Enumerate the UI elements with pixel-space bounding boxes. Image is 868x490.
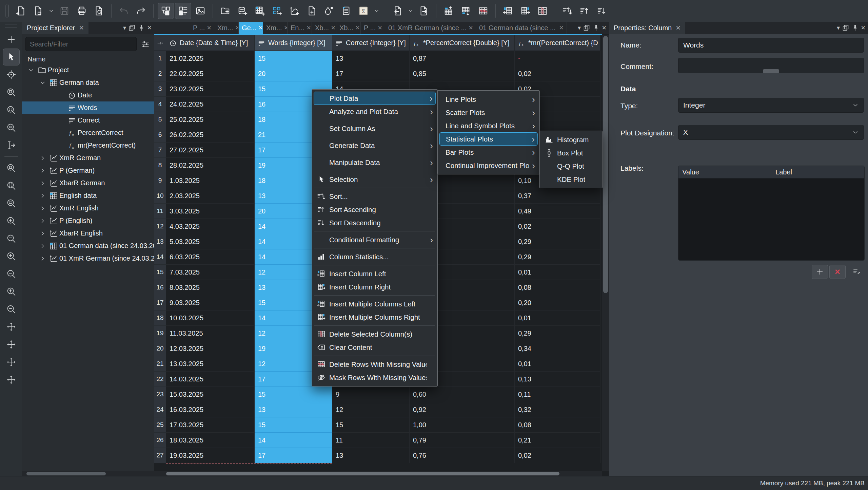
expander-icon[interactable]: [38, 230, 48, 237]
menu-item[interactable]: Insert Column Left ›: [314, 267, 436, 280]
date-cell[interactable]: 7.03.2025: [166, 265, 255, 280]
menu-item[interactable]: KDE Plot: [541, 173, 600, 186]
row-number[interactable]: 20: [154, 341, 166, 356]
expander-icon[interactable]: [38, 205, 48, 212]
row-number[interactable]: 22: [154, 372, 166, 387]
cursor-tool[interactable]: [3, 137, 20, 154]
words-cell[interactable]: 14: [255, 433, 332, 448]
row-number[interactable]: 25: [154, 417, 166, 433]
document-tab[interactable]: 01 XmR German (since ... ×: [385, 22, 476, 34]
mr-cell[interactable]: 0,08: [515, 280, 600, 295]
menu-item[interactable]: Statistical Plots ›: [439, 132, 538, 146]
worksheet-preview-button[interactable]: [192, 3, 209, 19]
zoom-out-y-tool[interactable]: [3, 301, 20, 318]
close-icon[interactable]: ×: [79, 24, 84, 32]
menu-item[interactable]: Bar Plots ›: [439, 146, 538, 159]
correct-cell[interactable]: 13: [332, 448, 410, 463]
project-explorer-tab[interactable]: Project Explorer ×: [22, 22, 88, 34]
tree-item[interactable]: Date: [22, 89, 154, 101]
dock-menu-icon[interactable]: ▾: [837, 24, 840, 32]
tree-item[interactable]: Project: [22, 64, 154, 76]
row-number[interactable]: 14: [154, 249, 166, 265]
name-field[interactable]: Words: [678, 38, 864, 53]
document-tab[interactable]: Xb... ×: [312, 22, 336, 34]
zoom-in-tool[interactable]: [3, 212, 20, 229]
tab-close-icon[interactable]: ×: [235, 24, 239, 32]
labels-table[interactable]: Value Label: [678, 166, 865, 261]
row-number[interactable]: 3: [154, 81, 166, 97]
mr-cell[interactable]: 0,01: [515, 265, 600, 280]
mr-cell[interactable]: 0,29: [515, 234, 600, 249]
column-header[interactable]: *mr(PercentCorrect) {D: [515, 35, 600, 51]
correct-cell[interactable]: 11: [332, 433, 410, 448]
menu-item[interactable]: Set Column As ›: [314, 122, 436, 135]
row-number[interactable]: 23: [154, 387, 166, 402]
expander-icon[interactable]: [38, 79, 48, 86]
menu-item[interactable]: Scatter Plots ›: [439, 106, 538, 119]
correct-cell[interactable]: 12: [332, 402, 410, 417]
row-number[interactable]: 24: [154, 402, 166, 417]
tab-close-icon[interactable]: ×: [378, 24, 382, 32]
words-cell[interactable]: 17: [255, 448, 332, 463]
float-panel-icon[interactable]: [842, 24, 849, 32]
menu-item[interactable]: Continual Improvement Plots ›: [439, 159, 538, 172]
percentcorrect-cell[interactable]: 0,87: [410, 51, 515, 66]
percentcorrect-cell[interactable]: 0,79: [410, 433, 515, 448]
tab-close-icon[interactable]: ×: [258, 24, 263, 32]
new-spreadsheet-button[interactable]: [252, 3, 268, 19]
undo-button[interactable]: [116, 3, 132, 19]
open-recent-chevron[interactable]: [47, 3, 55, 19]
save-button[interactable]: [56, 3, 73, 19]
mr-cell[interactable]: 0,13: [515, 372, 600, 387]
close-panel-icon[interactable]: ×: [861, 23, 865, 32]
date-cell[interactable]: 17.03.2025: [166, 417, 255, 433]
tree-item[interactable]: XbarR English: [22, 227, 154, 240]
correct-cell[interactable]: 13: [332, 51, 410, 66]
float-panel-icon[interactable]: [128, 24, 136, 32]
words-cell[interactable]: 15: [255, 387, 332, 402]
tree-item[interactable]: Correct: [22, 114, 154, 127]
row-number[interactable]: 27: [154, 448, 166, 463]
mr-cell[interactable]: 0,32: [515, 402, 600, 417]
document-tab[interactable]: Xm... ×: [214, 22, 239, 34]
menu-item[interactable]: Sort Ascending ›: [314, 203, 436, 216]
menu-item[interactable]: Mask Rows With Missing Values ›: [314, 371, 436, 384]
row-number[interactable]: 2: [154, 66, 166, 81]
tree-item[interactable]: XmR English: [22, 202, 154, 214]
menu-item[interactable]: Plot Data ›: [314, 92, 436, 105]
correct-cell[interactable]: 17: [332, 66, 410, 81]
document-tab[interactable]: P ... ×: [361, 22, 385, 34]
zoom-y-select-tool[interactable]: [3, 119, 20, 136]
new-matrix-button[interactable]: [269, 3, 285, 19]
words-cell[interactable]: 13: [255, 402, 332, 417]
print-preview-button[interactable]: [91, 3, 107, 19]
mr-cell[interactable]: 0,29: [515, 249, 600, 265]
dock-menu-icon[interactable]: ▾: [123, 24, 126, 32]
menu-item[interactable]: Box Plot: [541, 146, 600, 159]
tab-close-icon[interactable]: ×: [559, 24, 564, 32]
menu-item[interactable]: Delete Rows With Missing Values ›: [314, 358, 436, 371]
row-number[interactable]: 13: [154, 234, 166, 249]
words-cell[interactable]: 20: [255, 66, 332, 81]
date-cell[interactable]: 1.03.2025: [166, 173, 255, 188]
mr-cell[interactable]: 0,49: [515, 204, 600, 219]
vertical-scrollbar[interactable]: [602, 35, 609, 471]
row-number[interactable]: 26: [154, 433, 166, 448]
mr-cell[interactable]: 0,29: [515, 326, 600, 341]
search-filter-input[interactable]: [25, 37, 137, 51]
row-number[interactable]: 5: [154, 112, 166, 127]
column-header[interactable]: Correct {Integer} [Y]: [332, 35, 410, 51]
date-cell[interactable]: 23.02.2025: [166, 81, 255, 97]
expander-icon[interactable]: [38, 243, 48, 249]
document-tab[interactable]: 01 German data (since ... ×: [476, 22, 567, 34]
expander-icon[interactable]: [38, 155, 48, 162]
column-header[interactable]: *PercentCorrect {Double} [Y]: [410, 35, 515, 51]
correct-cell[interactable]: 15: [332, 417, 410, 433]
insert-row-above-button[interactable]: [440, 3, 457, 19]
column-header[interactable]: Date {Date & Time} [Y]: [166, 35, 255, 51]
percentcorrect-cell[interactable]: 1,00: [410, 417, 515, 433]
select-tool[interactable]: [3, 49, 20, 65]
menu-item[interactable]: Selection ›: [314, 173, 436, 186]
batch-edit-labels-button[interactable]: [848, 265, 865, 279]
date-cell[interactable]: 19.03.2025: [166, 448, 255, 463]
